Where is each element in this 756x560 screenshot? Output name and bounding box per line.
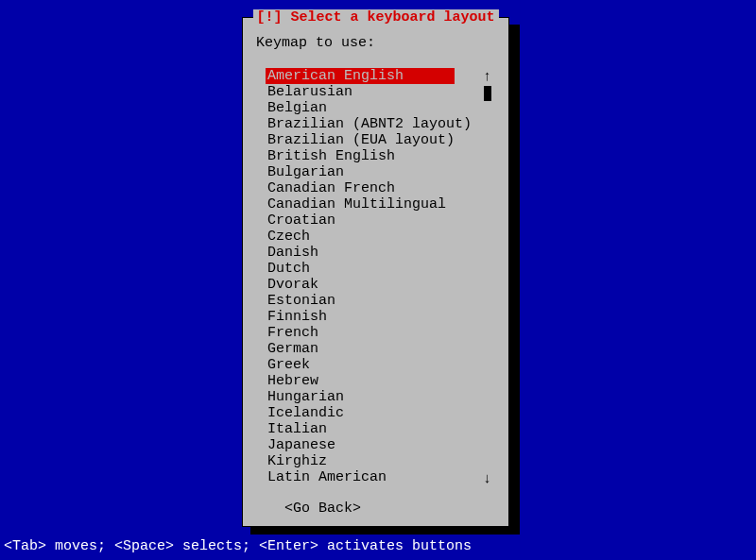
list-item[interactable]: Kirghiz — [266, 453, 495, 469]
list-item[interactable]: Canadian French — [266, 180, 495, 196]
list-item[interactable]: Dvorak — [266, 277, 495, 293]
footer-help-text: <Tab> moves; <Space> selects; <Enter> ac… — [4, 538, 472, 554]
list-item[interactable]: Italian — [266, 421, 495, 437]
list-item[interactable]: French — [266, 325, 495, 341]
list-item[interactable]: Czech — [266, 229, 495, 245]
list-item[interactable]: Brazilian (ABNT2 layout) — [266, 116, 495, 132]
list-item[interactable]: Croatian — [266, 212, 495, 229]
list-item[interactable]: Belgian — [266, 100, 495, 116]
dialog-prompt: Keymap to use: — [256, 35, 495, 51]
list-item[interactable]: Dutch — [266, 261, 495, 277]
list-item[interactable]: Greek — [266, 357, 495, 373]
list-item[interactable]: Belarusian — [266, 84, 495, 100]
list-item[interactable]: British English — [266, 148, 495, 164]
list-item[interactable]: German — [266, 341, 495, 357]
dialog-content: Keymap to use: American English Belarusi… — [243, 18, 508, 526]
scroll-down-icon[interactable]: ↓ — [483, 471, 491, 487]
list-item[interactable]: Brazilian (EUA layout) — [266, 132, 495, 148]
go-back-button[interactable]: <Go Back> — [284, 501, 495, 517]
dialog-title: [!] Select a keyboard layout — [252, 9, 498, 25]
keymap-list[interactable]: American English Belarusian Belgian Braz… — [266, 68, 495, 485]
scroll-up-icon[interactable]: ↑ — [483, 69, 491, 85]
list-item[interactable]: Latin American — [266, 469, 495, 485]
list-item[interactable]: Estonian — [266, 293, 495, 309]
list-item[interactable]: Danish — [266, 245, 495, 261]
list-item[interactable]: Hungarian — [266, 389, 495, 405]
keyboard-layout-dialog: [!] Select a keyboard layout Keymap to u… — [242, 17, 509, 527]
scroll-thumb[interactable] — [484, 86, 491, 101]
list-item[interactable]: Bulgarian — [266, 164, 495, 180]
list-item[interactable]: Hebrew — [266, 373, 495, 389]
list-item[interactable]: Canadian Multilingual — [266, 196, 495, 212]
list-item[interactable]: Finnish — [266, 309, 495, 325]
list-item[interactable]: Icelandic — [266, 405, 495, 421]
list-item[interactable]: Japanese — [266, 437, 495, 453]
list-item[interactable]: American English — [266, 68, 455, 84]
